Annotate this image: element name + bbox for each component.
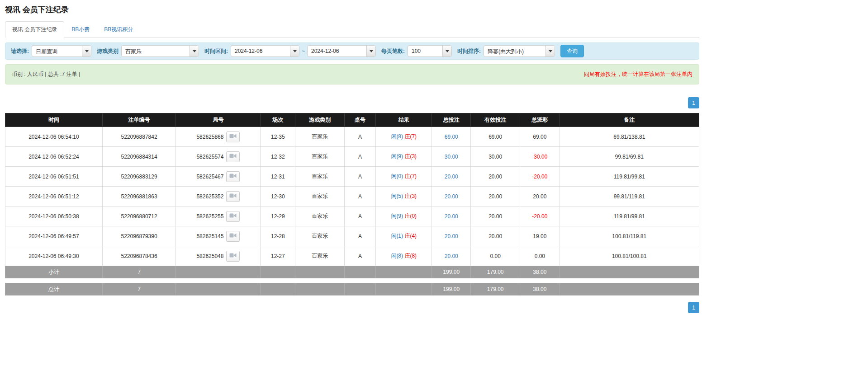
video-camera-icon — [229, 253, 237, 259]
chevron-down-icon[interactable] — [290, 46, 299, 56]
cell-valid-bet: 0.00 — [471, 246, 520, 266]
cell-payout: 20.00 — [520, 187, 560, 206]
video-replay-button[interactable] — [226, 151, 240, 162]
page-button-1[interactable]: 1 — [688, 97, 699, 108]
player-result: 闲(5) — [391, 193, 403, 199]
cell-round-id: 582625868 — [176, 127, 261, 147]
video-replay-button[interactable] — [226, 191, 240, 202]
video-replay-button[interactable] — [226, 231, 240, 242]
tab-bb-tips[interactable]: BB小费 — [64, 21, 97, 38]
summary-cell: 199.00 — [432, 266, 471, 278]
sort-order-select[interactable]: 降幂(由大到小) — [484, 45, 555, 57]
summary-cell — [176, 283, 261, 296]
date-from-input[interactable]: 2024-12-06 — [231, 45, 299, 57]
summary-cell — [560, 283, 699, 296]
cell-total-bet: 20.00 — [432, 187, 471, 206]
table-row: 2024-12-06 06:49:30522096878436582625048… — [5, 246, 699, 266]
cell-table-no: A — [345, 147, 376, 167]
video-replay-button[interactable] — [226, 251, 240, 262]
cell-valid-bet: 20.00 — [471, 206, 520, 226]
subtotal-row: 小计7199.00179.0038.00 — [5, 266, 699, 278]
summary-cell: 小计 — [5, 266, 103, 278]
total-bet-link[interactable]: 20.00 — [445, 174, 458, 180]
total-bet-link[interactable]: 20.00 — [445, 233, 458, 239]
cell-time: 2024-12-06 06:51:12 — [5, 187, 103, 206]
total-bet-link[interactable]: 20.00 — [445, 253, 458, 259]
game-type-select[interactable]: 百家乐 — [121, 45, 199, 57]
round-id-text: 582625048 — [196, 253, 223, 259]
video-replay-button[interactable] — [226, 131, 240, 142]
player-result: 闲(9) — [391, 213, 403, 219]
cell-result: 闲(0) 庄(7) — [376, 167, 432, 187]
cell-result: 闲(8) 庄(8) — [376, 246, 432, 266]
chevron-down-icon[interactable] — [545, 46, 555, 56]
cell-round-id: 582625574 — [176, 147, 261, 167]
cell-round-id: 582625352 — [176, 187, 261, 206]
column-header: 时间 — [5, 113, 103, 127]
cell-total-bet: 20.00 — [432, 246, 471, 266]
video-replay-button[interactable] — [226, 171, 240, 182]
date-to-input[interactable]: 2024-12-06 — [307, 45, 376, 57]
query-type-value: 日期查询 — [32, 46, 82, 56]
cell-round-id: 582625467 — [176, 167, 261, 187]
page-size-select[interactable]: 100 — [408, 45, 452, 57]
banker-result: 庄(3) — [404, 153, 417, 160]
table-row: 2024-12-06 06:54:10522096887842582625868… — [5, 127, 699, 147]
cell-payout: 69.00 — [520, 127, 560, 147]
cell-round-id: 582625255 — [176, 206, 261, 226]
cell-round-id: 582625145 — [176, 226, 261, 246]
banker-result: 庄(4) — [404, 233, 417, 239]
page-button-1[interactable]: 1 — [688, 302, 699, 313]
tab-bet-records[interactable]: 视讯 会员下注纪录 — [5, 21, 64, 38]
summary-cell — [376, 266, 432, 278]
player-result: 闲(8) — [391, 253, 403, 259]
cell-table-no: A — [345, 246, 376, 266]
filter-bar: 请选择: 日期查询 游戏类别 百家乐 时间区间: 2024-12-06 ~ 20… — [5, 42, 699, 60]
page-size-value: 100 — [408, 46, 442, 56]
search-button[interactable]: 查询 — [560, 45, 584, 57]
banker-result: 庄(8) — [404, 253, 417, 259]
video-camera-icon — [229, 233, 237, 239]
total-bet-link[interactable]: 69.00 — [445, 134, 458, 140]
chevron-down-icon[interactable] — [442, 46, 451, 56]
summary-spacer — [5, 278, 699, 283]
cell-table-no: A — [345, 206, 376, 226]
tab-bb-video-points[interactable]: BB视讯积分 — [97, 21, 140, 38]
cell-total-bet: 20.00 — [432, 226, 471, 246]
cell-remark: 100.81/100.81 — [560, 246, 699, 266]
video-camera-icon — [229, 193, 237, 200]
cell-remark: 99.81/69.81 — [560, 147, 699, 167]
cell-time: 2024-12-06 06:50:38 — [5, 206, 103, 226]
cell-session: 12-28 — [261, 226, 295, 246]
column-header: 备注 — [560, 113, 699, 127]
cell-table-no: A — [345, 187, 376, 206]
spacer-cell — [5, 278, 699, 283]
cell-time: 2024-12-06 06:49:30 — [5, 246, 103, 266]
total-bet-link[interactable]: 20.00 — [445, 213, 458, 220]
chevron-down-icon[interactable] — [82, 46, 91, 56]
cell-session: 12-29 — [261, 206, 295, 226]
cell-result: 闲(5) 庄(3) — [376, 187, 432, 206]
column-header: 桌号 — [345, 113, 376, 127]
cell-game-type: 百家乐 — [295, 167, 345, 187]
total-bet-link[interactable]: 30.00 — [445, 154, 458, 160]
cell-session: 12-35 — [261, 127, 295, 147]
cell-bet-id: 522096881863 — [102, 187, 176, 206]
cell-result: 闲(8) 庄(7) — [376, 127, 432, 147]
summary-cell — [261, 283, 295, 296]
table-row: 2024-12-06 06:50:38522096880712582625255… — [5, 206, 699, 226]
video-replay-button[interactable] — [226, 211, 240, 222]
table-row: 2024-12-06 06:51:51522096883129582625467… — [5, 167, 699, 187]
chevron-down-icon[interactable] — [366, 46, 375, 56]
query-type-select[interactable]: 日期查询 — [32, 45, 91, 57]
total-bet-link[interactable]: 20.00 — [445, 193, 458, 200]
summary-cell: 38.00 — [520, 283, 560, 296]
cell-valid-bet: 30.00 — [471, 147, 520, 167]
game-type-label: 游戏类别 — [97, 47, 119, 55]
summary-cell — [376, 283, 432, 296]
summary-cell — [345, 266, 376, 278]
valid-bet-notice: 同局有效投注，统一计算在该局第一张注单内 — [584, 70, 693, 78]
chevron-down-icon[interactable] — [190, 46, 199, 56]
cell-valid-bet: 20.00 — [471, 187, 520, 206]
cell-remark: 100.81/119.81 — [560, 226, 699, 246]
